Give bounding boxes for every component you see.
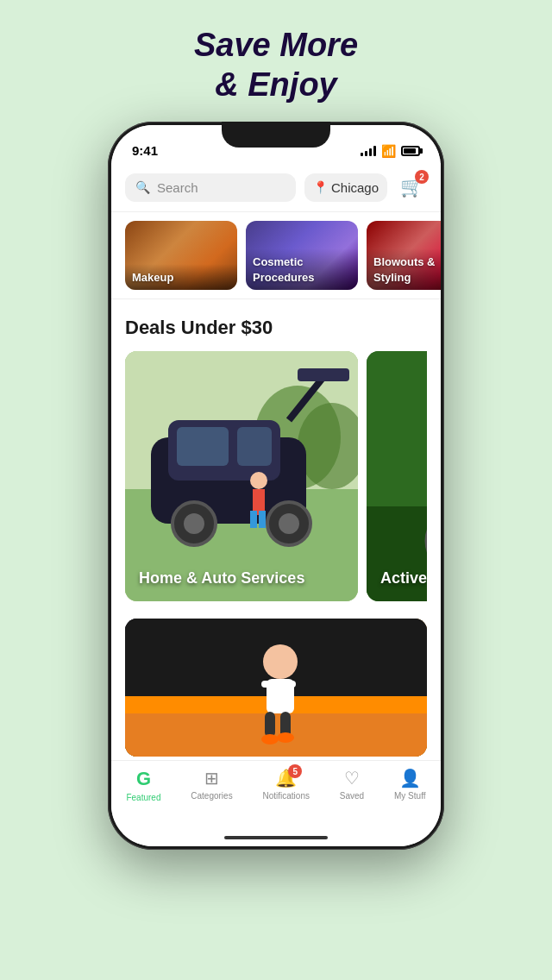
deal-label-active: Active & Attractions [380,569,427,587]
svg-rect-35 [125,713,427,757]
cart-badge: 2 [415,170,429,184]
category-overlay-makeup: Makeup [125,264,237,290]
nav-item-mystuff[interactable]: 👤 My Stuff [386,768,435,801]
location-pin-icon: 📍 [313,180,328,194]
notifications-badge: 5 [288,764,302,778]
deals-title: Deals Under $30 [125,317,427,339]
deal-card-home-auto[interactable]: Home & Auto Services [125,351,358,601]
phone-shell: 9:41 📶 🔍 Search [108,122,444,850]
nav-item-notifications[interactable]: 🔔 5 Notifications [254,768,318,801]
search-placeholder: Search [157,180,198,195]
nav-item-featured[interactable]: G Featured [117,768,169,802]
deals-grid[interactable]: Home & Auto Services [125,351,427,601]
trampoline-svg [125,619,427,757]
home-bar [111,829,441,846]
svg-rect-39 [285,681,296,688]
deals-section: Deals Under $30 [111,299,441,610]
nav-item-categories[interactable]: ⊞ Categories [182,768,241,801]
screen-content[interactable]: 🔍 Search 📍 Chicago 🛒 2 Makeu [111,163,441,760]
deal-card-active[interactable]: Active & Attractions [367,351,427,601]
deal-overlay-active: Active & Attractions [380,569,427,588]
category-card-makeup[interactable]: Makeup [125,221,237,290]
bottom-card-section [111,610,441,760]
svg-rect-38 [261,681,272,688]
location-area[interactable]: 📍 Chicago [304,173,387,202]
categories-icon: ⊞ [204,768,219,788]
svg-rect-8 [237,427,272,466]
svg-point-42 [261,734,279,744]
category-label-blowouts: Blowouts & Styling [373,255,436,284]
mystuff-label: My Stuff [394,791,426,801]
saved-icon: ♡ [344,768,360,788]
svg-point-43 [277,732,294,743]
cart-button[interactable]: 🛒 2 [396,172,427,203]
bottom-activity-card[interactable] [125,619,427,757]
featured-icon: G [136,768,151,790]
search-icon: 🔍 [135,180,150,194]
saved-label: Saved [340,791,364,801]
category-card-blowouts[interactable]: Blowouts & Styling [367,221,441,290]
svg-point-36 [263,644,298,679]
search-input-area[interactable]: 🔍 Search [125,173,296,202]
deal-img-active [367,351,427,601]
featured-label: Featured [126,793,160,802]
phone-screen: 9:41 📶 🔍 Search [111,125,441,846]
home-indicator [224,836,328,839]
svg-rect-7 [177,427,229,466]
notifications-label: Notifications [263,791,310,801]
phone-notch [222,122,330,148]
notifications-icon: 🔔 5 [275,768,297,788]
trampoline-bg [125,619,427,757]
category-overlay-cosmetic: Cosmetic Procedures [246,248,358,290]
deal-img-home-auto [125,351,358,601]
svg-point-15 [250,472,267,489]
category-overlay-blowouts: Blowouts & Styling [367,248,441,290]
battery-icon [401,146,420,156]
car-scene-svg [125,351,358,601]
location-text: Chicago [331,180,379,195]
svg-point-12 [184,513,204,534]
search-bar: 🔍 Search 📍 Chicago 🛒 2 [111,163,441,212]
svg-rect-40 [265,712,275,738]
category-scroll[interactable]: Makeup Cosmetic Procedures Blowouts & St… [111,212,441,299]
svg-rect-17 [250,511,257,528]
category-label-makeup: Makeup [132,271,173,284]
category-label-cosmetic: Cosmetic Procedures [253,255,315,284]
status-time: 9:41 [132,143,158,158]
nav-item-saved[interactable]: ♡ Saved [331,768,373,801]
bottom-nav: G Featured ⊞ Categories 🔔 5 Notification… [111,760,441,829]
mystuff-icon: 👤 [399,768,421,788]
status-icons: 📶 [361,144,420,158]
deal-overlay-home-auto: Home & Auto Services [139,569,344,588]
categories-label: Categories [191,791,232,801]
page-headline: Save More & Enjoy [194,26,358,104]
svg-rect-18 [259,511,266,528]
svg-point-14 [279,513,299,534]
fitness-scene-svg [367,351,427,601]
wifi-icon: 📶 [381,144,396,158]
category-card-cosmetic[interactable]: Cosmetic Procedures [246,221,358,290]
deal-label-home-auto: Home & Auto Services [139,569,304,587]
signal-icon [361,146,376,156]
svg-rect-10 [298,368,349,381]
